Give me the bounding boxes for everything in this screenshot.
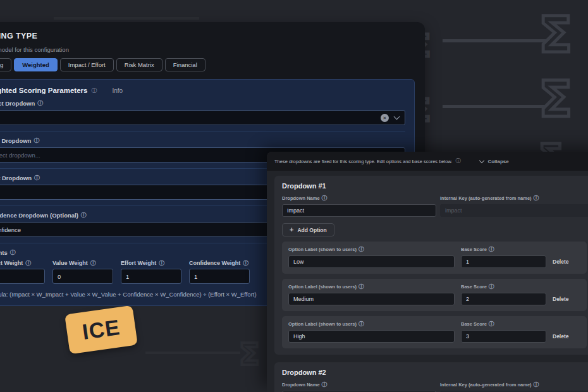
effort-weight-input[interactable]	[121, 269, 181, 284]
option-row-low: Option Label (shown to users) ⓘ Base Sco…	[282, 242, 587, 274]
add-option-label: Add Option	[297, 227, 326, 233]
info-icon[interactable]: ⓘ	[358, 321, 364, 327]
info-icon[interactable]: ⓘ	[455, 159, 460, 164]
select-placeholder: Select dropdown...	[0, 152, 40, 159]
tab-weighted[interactable]: Weighted	[14, 58, 58, 71]
value-weight-col: Value Weight ⓘ	[52, 260, 113, 284]
option-row-medium: Option Label (shown to users) ⓘ Base Sco…	[282, 279, 587, 311]
option-label-label: Option Label (shown to users) ⓘ	[288, 321, 455, 327]
impact-dropdown-select[interactable]: ✕	[0, 110, 405, 125]
base-score-col: Base Score ⓘ	[461, 320, 546, 343]
effort-weight-label: Effort Weight ⓘ	[121, 260, 181, 266]
impact-weight-label: Impact Weight ⓘ	[0, 260, 45, 266]
confidence-weight-input[interactable]	[189, 269, 250, 284]
info-icon[interactable]: ⓘ	[534, 382, 539, 388]
base-score-label: Base Score ⓘ	[461, 247, 546, 252]
plus-icon: +	[290, 226, 293, 233]
option-label-label: Option Label (shown to users) ⓘ	[288, 284, 455, 290]
info-icon[interactable]: ⓘ	[322, 195, 328, 201]
base-score-label: Base Score ⓘ	[461, 284, 546, 290]
sigma-icon: Σ	[539, 10, 572, 59]
info-icon[interactable]: ⓘ	[358, 284, 364, 290]
sigma-icon: Σ	[239, 339, 260, 369]
internal-key-label: Internal Key (auto-generated from name) …	[440, 382, 588, 388]
info-icon[interactable]: ⓘ	[34, 138, 39, 144]
panel-title: SCORING TYPE	[0, 32, 415, 40]
base-score-input[interactable]	[461, 293, 546, 305]
option-label-input[interactable]	[288, 255, 455, 268]
pattern-line	[145, 352, 240, 354]
field-label-text: Weights	[0, 249, 8, 256]
tab-financial[interactable]: Financial	[165, 58, 205, 71]
tab-impact-effort[interactable]: Impact / Effort	[60, 58, 114, 71]
info-icon[interactable]: ⓘ	[534, 195, 539, 201]
dropdown-2-title: Dropdown #2	[282, 369, 587, 376]
tab-scoring[interactable]: Scoring	[0, 58, 11, 71]
option-label-input[interactable]	[288, 330, 455, 343]
collapse-button[interactable]: Collapse	[476, 158, 512, 165]
ice-sticker-label: ICE	[81, 315, 122, 345]
dropdowns-editor-header: These dropdowns are fixed for this scori…	[267, 152, 588, 171]
dropdown-1-title: Dropdown #1	[282, 182, 587, 190]
delete-option-button[interactable]: Delete	[553, 259, 580, 265]
info-icon[interactable]: ⓘ	[25, 260, 31, 266]
internal-key-col: Internal Key (auto-generated from name) …	[440, 190, 588, 217]
collapse-label: Collapse	[487, 159, 508, 164]
field-label-text: Base Score	[461, 247, 487, 252]
confidence-weight-label: Confidence Weight ⓘ	[189, 260, 250, 266]
info-tab[interactable]: Info	[112, 87, 123, 94]
internal-key-col: Internal Key (auto-generated from name) …	[440, 376, 588, 392]
info-icon[interactable]: ⓘ	[90, 260, 96, 266]
value-weight-input[interactable]	[52, 269, 113, 284]
option-label-col: Option Label (shown to users) ⓘ	[288, 245, 455, 268]
weighted-params-header: Weighted Scoring Parameters ⓘ Info	[0, 87, 405, 94]
info-icon[interactable]: ⓘ	[10, 250, 16, 255]
info-icon[interactable]: ⓘ	[91, 88, 97, 94]
base-score-col: Base Score ⓘ	[461, 283, 546, 305]
internal-key-label: Internal Key (auto-generated from name) …	[440, 195, 588, 201]
info-icon[interactable]: ⓘ	[489, 321, 494, 327]
info-icon[interactable]: ⓘ	[243, 260, 248, 266]
pattern-line	[443, 39, 550, 42]
field-label-text: Option Label (shown to users)	[288, 284, 357, 290]
clear-icon[interactable]: ✕	[381, 114, 389, 122]
option-label-input[interactable]	[288, 293, 455, 305]
impact-weight-col: Impact Weight ⓘ	[0, 260, 45, 284]
field-label-text: Base Score	[461, 284, 487, 290]
info-icon[interactable]: ⓘ	[322, 382, 328, 388]
confidence-weight-col: Confidence Weight ⓘ	[189, 260, 250, 284]
info-icon[interactable]: ⓘ	[489, 284, 494, 290]
pattern-line	[443, 105, 550, 108]
dropdown-2-section: Dropdown #2 Dropdown Name ⓘ Internal Key…	[274, 362, 588, 392]
option-label-col: Option Label (shown to users) ⓘ	[288, 283, 455, 305]
impact-weight-input[interactable]	[0, 269, 45, 284]
base-score-label: Base Score ⓘ	[461, 321, 546, 327]
info-icon[interactable]: ⓘ	[358, 247, 364, 252]
field-label-text: Dropdown Name	[282, 195, 320, 201]
option-row-high: Option Label (shown to users) ⓘ Base Sco…	[282, 316, 587, 348]
sigma-icon: Σ	[539, 75, 572, 124]
field-label-text: Impact Dropdown	[0, 100, 35, 107]
app-root: { "icons": { "info": "ⓘ", "clear": "✕", …	[0, 0, 588, 392]
add-option-button[interactable]: + Add Option	[282, 223, 334, 236]
dropdowns-editor-body: Dropdown #1 Dropdown Name ⓘ Internal Key…	[267, 171, 588, 392]
base-score-input[interactable]	[461, 330, 546, 343]
option-label-col: Option Label (shown to users) ⓘ	[288, 320, 455, 343]
chevron-down-icon	[394, 113, 400, 119]
dropdown-name-col: Dropdown Name ⓘ	[282, 376, 436, 392]
delete-option-button[interactable]: Delete	[553, 296, 580, 302]
tab-risk-matrix[interactable]: Risk Matrix	[116, 58, 162, 71]
info-icon[interactable]: ⓘ	[34, 175, 40, 181]
dropdown-1-name-input[interactable]	[282, 204, 436, 217]
info-icon[interactable]: ⓘ	[37, 101, 43, 106]
info-icon[interactable]: ⓘ	[81, 212, 87, 218]
dropdown-name-col: Dropdown Name ⓘ	[282, 190, 436, 217]
base-score-input[interactable]	[461, 255, 546, 268]
dropdowns-editor-panel: These dropdowns are fixed for this scori…	[267, 152, 588, 392]
delete-option-button[interactable]: Delete	[553, 333, 580, 340]
info-icon[interactable]: ⓘ	[489, 247, 494, 252]
info-icon[interactable]: ⓘ	[159, 260, 164, 266]
dropdown-2-name-row: Dropdown Name ⓘ Internal Key (auto-gener…	[282, 376, 587, 392]
dropdown-name-label: Dropdown Name ⓘ	[282, 195, 436, 201]
dropdown-1-name-row: Dropdown Name ⓘ Internal Key (auto-gener…	[282, 190, 587, 217]
